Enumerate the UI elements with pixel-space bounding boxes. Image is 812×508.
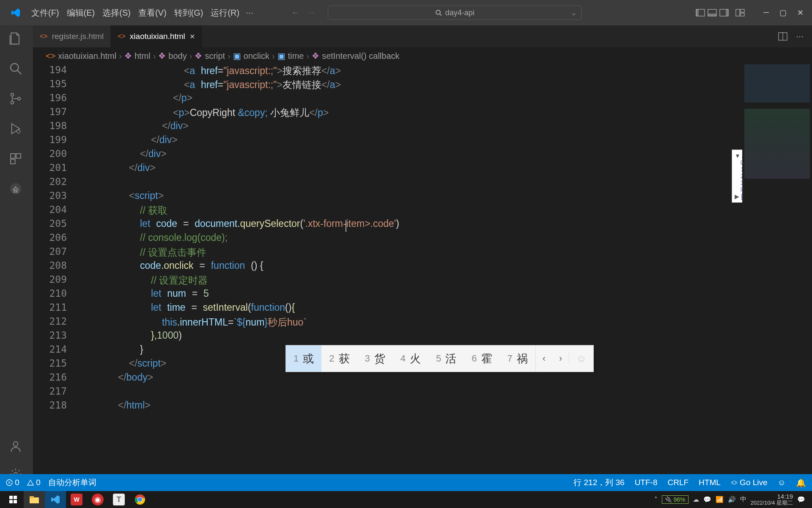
- code-content[interactable]: code.onclick = function () {: [82, 260, 263, 271]
- code-content[interactable]: // 设置定时器: [82, 274, 208, 287]
- code-line[interactable]: 209// 设置定时器: [33, 274, 812, 288]
- crumb-onclick[interactable]: onclick: [244, 51, 269, 61]
- layout-panel-icon[interactable]: [708, 9, 717, 17]
- code-content[interactable]: </p>: [82, 92, 192, 104]
- wps-icon[interactable]: W: [66, 491, 87, 508]
- ime-emoji-icon[interactable]: ☺: [569, 353, 593, 364]
- code-content[interactable]: <a href="javascript:;">友情链接</a>: [82, 78, 341, 91]
- tray-clock[interactable]: 14:19 2022/10/4 星期二: [751, 493, 793, 506]
- status-bell-icon[interactable]: 🔔: [796, 478, 806, 488]
- status-feedback-icon[interactable]: ☺: [778, 478, 786, 487]
- battery-indicator[interactable]: 🔌 96%: [662, 495, 689, 504]
- status-analyze[interactable]: 自动分析单词: [48, 477, 96, 488]
- tab-close-icon[interactable]: ✕: [189, 33, 195, 41]
- more-actions-icon[interactable]: ⋯: [796, 32, 804, 41]
- code-content[interactable]: </div>: [82, 134, 178, 146]
- menu-run[interactable]: 运行(R): [211, 7, 239, 19]
- vscode-taskbar-icon[interactable]: [45, 491, 66, 508]
- tab-register[interactable]: <> register.js.html: [33, 25, 111, 47]
- ime-candidate[interactable]: 5活: [428, 345, 464, 372]
- code-line[interactable]: 200</div>: [33, 148, 812, 162]
- code-content[interactable]: // 设置点击事件: [82, 246, 206, 259]
- code-line[interactable]: 205let code = document.querySelector('.x…: [33, 218, 812, 232]
- ime-candidate[interactable]: 6霍: [464, 345, 499, 372]
- extensions-icon[interactable]: [9, 152, 24, 167]
- menu-edit[interactable]: 编辑(E): [67, 7, 95, 19]
- code-content[interactable]: let time = setInterval(function(){: [82, 302, 295, 313]
- code-content[interactable]: </div>: [82, 120, 189, 132]
- code-line[interactable]: 201</div>: [33, 162, 812, 176]
- ime-next-icon[interactable]: ›: [552, 353, 569, 364]
- extension-misc-icon[interactable]: 会: [9, 182, 24, 197]
- tray-wifi-icon[interactable]: 📶: [716, 496, 724, 503]
- menu-go[interactable]: 转到(G): [174, 7, 203, 19]
- tray-chat-icon[interactable]: 💬: [703, 496, 711, 503]
- code-line[interactable]: 208code.onclick = function () {: [33, 260, 812, 274]
- explorer-icon[interactable]: [9, 32, 24, 47]
- ime-candidate[interactable]: 1或: [286, 345, 321, 372]
- ime-prev-icon[interactable]: ‹: [536, 353, 552, 364]
- ime-candidate[interactable]: 4火: [393, 345, 428, 372]
- split-editor-icon[interactable]: [778, 32, 787, 41]
- code-content[interactable]: </html>: [82, 400, 151, 411]
- code-content[interactable]: },1000): [82, 330, 182, 341]
- code-line[interactable]: 199</div>: [33, 134, 812, 148]
- ime-candidate[interactable]: 3货: [357, 345, 393, 372]
- status-eol[interactable]: CRLF: [667, 478, 689, 487]
- menu-selection[interactable]: 选择(S): [102, 7, 131, 19]
- code-line[interactable]: 204// 获取: [33, 204, 812, 218]
- code-line[interactable]: 198</div>: [33, 120, 812, 134]
- code-content[interactable]: <p>CopyRight &copy; 小兔鲜儿</p>: [82, 106, 329, 119]
- ime-candidate-bar[interactable]: 1或2获3货4火5活6霍7祸 ‹ › ☺: [285, 345, 594, 372]
- maximize-icon[interactable]: ▢: [779, 8, 787, 17]
- code-line[interactable]: 197<p>CopyRight &copy; 小兔鲜儿</p>: [33, 106, 812, 120]
- crumb-script[interactable]: script: [205, 51, 225, 61]
- code-line[interactable]: 210let num = 5: [33, 288, 812, 302]
- code-content[interactable]: </script>: [82, 358, 166, 369]
- accounts-icon[interactable]: [9, 439, 24, 455]
- crumb-file[interactable]: xiaotuixian.html: [58, 51, 116, 61]
- code-content[interactable]: <a href="javascript:;">搜索推荐</a>: [82, 64, 341, 77]
- code-line[interactable]: 216</body>: [33, 372, 812, 386]
- source-control-icon[interactable]: [9, 92, 24, 107]
- breadcrumb[interactable]: <>xiaotuixian.html › ❖html › ❖body › ❖sc…: [33, 47, 812, 64]
- ime-candidate[interactable]: 2获: [321, 345, 357, 372]
- code-content[interactable]: }: [82, 344, 143, 355]
- chevron-down-icon[interactable]: ⌄: [571, 8, 577, 17]
- close-icon[interactable]: ✕: [797, 8, 804, 17]
- code-line[interactable]: 202: [33, 176, 812, 190]
- crumb-time[interactable]: time: [288, 51, 304, 61]
- menu-view[interactable]: 查看(V): [138, 7, 167, 19]
- status-encoding[interactable]: UTF-8: [635, 478, 658, 487]
- code-content[interactable]: this.innerHTML=`${num}秒后huo`: [82, 316, 307, 329]
- code-line[interactable]: 207// 设置点击事件: [33, 246, 812, 260]
- code-content[interactable]: </body>: [82, 372, 153, 383]
- code-line[interactable]: 196</p>: [33, 92, 812, 106]
- tray-ime-lang[interactable]: 中: [740, 495, 746, 503]
- ime-candidate[interactable]: 7祸: [500, 345, 535, 372]
- tray-chevron-icon[interactable]: ˄: [654, 496, 658, 503]
- status-golive[interactable]: Go Live: [731, 478, 768, 487]
- chrome-icon[interactable]: [129, 491, 151, 508]
- status-position[interactable]: 行 212，列 36: [573, 477, 624, 488]
- code-line[interactable]: 218</html>: [33, 400, 812, 414]
- tray-volume-icon[interactable]: 🔊: [728, 496, 736, 503]
- music-app-icon[interactable]: ◉: [87, 491, 108, 508]
- minimap[interactable]: [742, 64, 812, 474]
- crumb-body[interactable]: body: [168, 51, 187, 61]
- menu-file[interactable]: 文件(F): [31, 7, 59, 19]
- typora-icon[interactable]: T: [108, 491, 129, 508]
- start-menu-icon[interactable]: [3, 491, 24, 508]
- tab-xiaotuixian[interactable]: <> xiaotuixian.html ✕: [111, 25, 202, 47]
- code-line[interactable]: 212this.innerHTML=`${num}秒后huo`: [33, 316, 812, 330]
- nav-forward-icon[interactable]: →: [307, 8, 315, 17]
- code-line[interactable]: 213},1000): [33, 330, 812, 344]
- minimize-icon[interactable]: ─: [763, 8, 769, 17]
- code-line[interactable]: 217: [33, 386, 812, 400]
- status-language[interactable]: HTML: [699, 478, 721, 487]
- code-content[interactable]: // 获取: [82, 204, 167, 217]
- code-content[interactable]: <script>: [82, 190, 164, 202]
- code-content[interactable]: </div>: [82, 148, 167, 160]
- crumb-callback[interactable]: setInterval() callback: [322, 51, 399, 61]
- code-content[interactable]: let num = 5: [82, 288, 209, 299]
